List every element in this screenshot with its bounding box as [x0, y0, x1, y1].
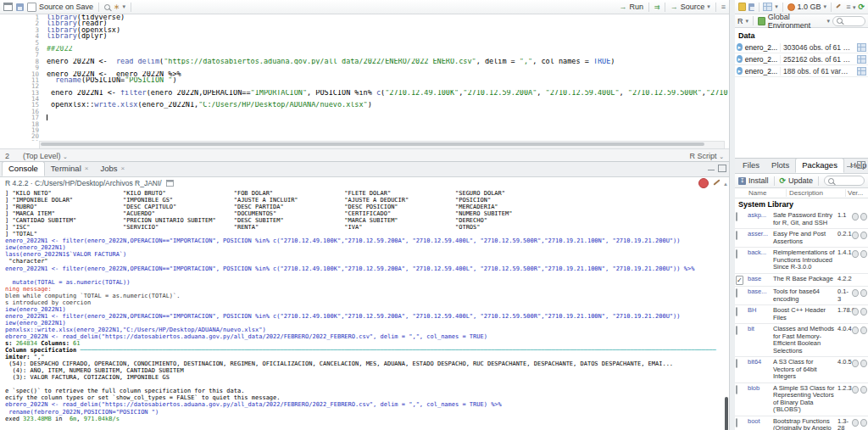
editor-line[interactable]: 15 openxlsx::write.xlsx(enero_2022N1,"C:…: [0, 102, 729, 108]
package-name-link[interactable]: bit64: [748, 359, 773, 381]
console-scrollbar[interactable]: ▲: [724, 193, 728, 428]
maximize-icon[interactable]: [718, 165, 726, 172]
code-tools-button[interactable]: ∗▾: [114, 3, 125, 11]
source-button[interactable]: → Source ▾: [670, 3, 710, 11]
interrupt-icon[interactable]: [698, 178, 709, 188]
tab-console[interactable]: Console: [2, 162, 45, 176]
editor-line[interactable]: 11 rename(POSICION="POSICION "): [0, 77, 729, 83]
environment-selector[interactable]: Global Environment▾: [768, 13, 830, 30]
remove-package-icon[interactable]: [860, 213, 867, 221]
console-pane-controls[interactable]: [708, 165, 726, 172]
list-view-icon[interactable]: ≡ ▾: [846, 3, 855, 11]
open-in-window-icon[interactable]: [3, 3, 13, 11]
package-row[interactable]: bit64A S3 Class for Vectors of 64bit Int…: [735, 357, 868, 383]
scope-selector[interactable]: (Top Level) ⌄: [23, 152, 68, 160]
close-tab-icon[interactable]: ×: [121, 165, 125, 172]
package-name-link[interactable]: base: [748, 276, 773, 285]
editor-line[interactable]: 6##2022: [0, 46, 729, 52]
rerun-icon[interactable]: ⇉: [654, 3, 659, 11]
editor-line[interactable]: 12: [0, 83, 729, 89]
editor-line[interactable]: 9: [0, 64, 729, 70]
editor-line[interactable]: 5: [0, 40, 729, 46]
view-table-icon[interactable]: [857, 55, 866, 64]
package-website-icon[interactable]: [852, 250, 859, 258]
run-button[interactable]: → Run: [619, 3, 643, 11]
package-checkbox[interactable]: [736, 418, 737, 427]
package-checkbox[interactable]: ✓: [736, 276, 743, 285]
remove-package-icon[interactable]: [860, 419, 867, 427]
maximize-icon[interactable]: [857, 161, 865, 169]
package-row[interactable]: askp...Safe Password Entry for R, Git, a…: [735, 210, 868, 229]
environment-row[interactable]: ▸enero_2...188 obs. of 61 var…: [735, 65, 868, 77]
package-row[interactable]: ✓baseThe R Base Package4.2.2: [735, 274, 868, 288]
expand-icon[interactable]: ▸: [737, 67, 743, 75]
editor-line[interactable]: 14: [0, 96, 729, 102]
minimize-icon[interactable]: [708, 170, 715, 170]
package-row[interactable]: blobA Simple S3 Class for Representing V…: [735, 383, 868, 416]
package-website-icon[interactable]: [852, 327, 859, 334]
editor-line[interactable]: 7: [0, 52, 729, 58]
package-checkbox[interactable]: [736, 212, 737, 221]
clear-environment-icon[interactable]: [836, 3, 841, 8]
import-dataset-button[interactable]: ▾: [763, 3, 778, 11]
refresh-icon[interactable]: ⟳: [858, 3, 865, 11]
package-name-link[interactable]: askp...: [748, 212, 773, 226]
package-name-link[interactable]: asser...: [748, 231, 773, 245]
close-tab-icon[interactable]: ×: [85, 165, 89, 172]
package-name-link[interactable]: BH: [748, 307, 773, 321]
packages-search-input[interactable]: [824, 176, 865, 186]
remove-package-icon[interactable]: [860, 232, 867, 239]
editor-line[interactable]: 4library(dplyr): [0, 33, 729, 39]
editor-line[interactable]: 10enero_2022N <- enero_2022N %>%: [0, 71, 729, 77]
outline-icon[interactable]: ≡: [721, 3, 726, 11]
environment-search-input[interactable]: [832, 16, 865, 26]
editor-line[interactable]: 3library(openxlsx): [0, 27, 729, 33]
search-icon[interactable]: [104, 4, 110, 10]
package-checkbox[interactable]: [736, 359, 737, 368]
package-checkbox[interactable]: [736, 307, 737, 316]
editor-line[interactable]: 13 enero_2022N1 <- filter(enero_2022N,OP…: [0, 90, 729, 96]
package-website-icon[interactable]: [852, 232, 859, 239]
editor-line[interactable]: 19: [0, 127, 729, 133]
language-selector[interactable]: R▾: [737, 17, 748, 25]
package-row[interactable]: bitClasses and Methods for Fast Memory-E…: [735, 324, 868, 357]
package-row[interactable]: base...Tools for base64 encoding0.1-3: [735, 287, 868, 305]
load-workspace-icon[interactable]: [738, 3, 746, 11]
editor-line[interactable]: 20: [0, 133, 729, 139]
editor-line[interactable]: 18: [0, 121, 729, 127]
checkbox-icon[interactable]: [27, 3, 36, 12]
remove-package-icon[interactable]: [860, 386, 867, 394]
package-checkbox[interactable]: [736, 385, 737, 394]
editor-line[interactable]: 16: [0, 109, 729, 114]
package-row[interactable]: asser...Easy Pre and Post Assertions0.2.…: [735, 229, 868, 248]
console-body[interactable]: R 4.2.2 · C:/Users/HP/Desktop/Archivos R…: [0, 176, 729, 430]
remove-package-icon[interactable]: [860, 360, 867, 367]
clear-console-icon[interactable]: [713, 179, 720, 185]
package-row[interactable]: BHBoost C++ Header Files1.78.0: [735, 305, 868, 324]
view-table-icon[interactable]: [857, 43, 866, 52]
package-name-link[interactable]: blob: [748, 385, 773, 414]
package-website-icon[interactable]: [852, 308, 859, 316]
package-checkbox[interactable]: [736, 288, 737, 298]
package-checkbox[interactable]: [736, 249, 737, 259]
package-website-icon[interactable]: [852, 213, 859, 221]
tab-jobs[interactable]: Jobs×: [94, 162, 131, 176]
save-icon[interactable]: [16, 3, 24, 11]
view-table-icon[interactable]: [857, 67, 866, 75]
remove-package-icon[interactable]: [860, 250, 867, 258]
package-website-icon[interactable]: [852, 419, 859, 427]
tab-packages[interactable]: Packages: [795, 159, 844, 173]
save-workspace-icon[interactable]: [748, 3, 754, 11]
package-website-icon[interactable]: [852, 386, 859, 394]
editor-line[interactable]: 2library(readr): [0, 20, 729, 26]
editor-line[interactable]: 17: [0, 114, 729, 120]
package-website-icon[interactable]: [852, 289, 859, 297]
editor-line[interactable]: 8enero_2022N <- read_delim("https://dato…: [0, 59, 729, 64]
remove-package-icon[interactable]: [860, 327, 867, 334]
code-editor[interactable]: 1library(tidyverse)2library(readr)3libra…: [0, 14, 729, 141]
packages-pane-controls[interactable]: [847, 161, 865, 169]
package-name-link[interactable]: boot: [748, 418, 773, 430]
show-directory-icon[interactable]: [166, 180, 174, 187]
tab-terminal[interactable]: Terminal×: [45, 162, 95, 176]
package-checkbox[interactable]: [736, 231, 737, 240]
